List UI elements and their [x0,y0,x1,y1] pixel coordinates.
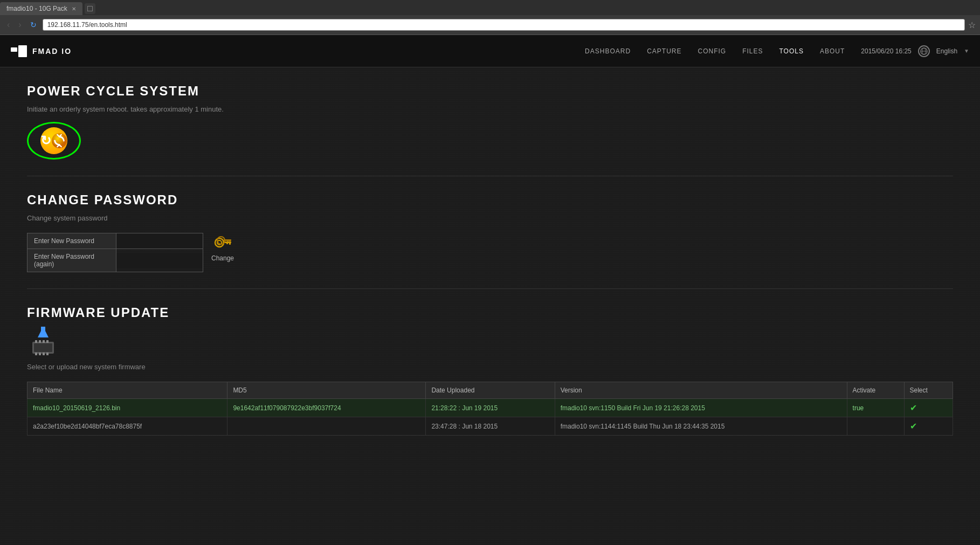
svg-rect-13 [229,239,231,242]
firmware-filename-1: fmadio10_20150619_2126.bin [27,399,227,417]
power-cycle-section: POWER CYCLE SYSTEM Initiate an orderly s… [27,84,953,176]
svg-rect-18 [34,343,52,352]
svg-rect-10 [226,242,228,244]
main-content: POWER CYCLE SYSTEM Initiate an orderly s… [0,67,980,545]
firmware-select-1[interactable]: ✔ [904,399,953,417]
reboot-button[interactable] [27,122,81,160]
firmware-row-2: a2a23ef10be2d14048bf7eca78c8875f 23:47:2… [27,417,953,436]
firmware-filename-2: a2a23ef10be2d14048bf7eca78c8875f [27,417,227,436]
language-selector[interactable]: English [936,47,957,55]
browser-chrome: fmadio10 - 10G Pack ✕ □ ‹ › ↻ ☆ [0,0,980,35]
svg-rect-16 [41,327,45,337]
power-cycle-title: POWER CYCLE SYSTEM [27,84,953,99]
svg-rect-24 [39,353,41,355]
language-dropdown-arrow[interactable]: ▼ [964,48,969,54]
nav-dashboard[interactable]: DASHBOARD [585,47,631,55]
logo-area: FMAD IO [11,45,72,57]
reboot-icon [40,127,67,154]
refresh-button[interactable]: ↻ [27,19,39,30]
app-header: FMAD IO DASHBOARD CAPTURE CONFIG FILES T… [0,35,980,67]
main-nav: DASHBOARD CAPTURE CONFIG FILES TOOLS ABO… [585,47,845,55]
password-row-1: Enter New Password [27,233,203,249]
nav-bar: ‹ › ↻ ☆ [0,15,980,35]
svg-rect-23 [35,353,37,355]
password-input-1[interactable] [116,233,203,249]
reboot-button-wrapper [27,122,81,160]
svg-rect-26 [46,353,49,355]
password-row-2: Enter New Password (again) [27,249,203,272]
change-password-description: Change system password [27,214,953,222]
datetime-display: 2015/06/20 16:25 [861,47,911,55]
change-password-button[interactable]: Change [211,233,234,262]
firmware-select-2[interactable]: ✔ [904,417,953,436]
password-fields: Enter New Password Enter New Password (a… [27,233,203,272]
col-date: Date Uploaded [426,382,555,399]
firmware-update-section: FIRMWARE UPDATE Select or [27,305,953,452]
tab-close-icon[interactable]: ✕ [72,6,76,12]
change-btn-label: Change [211,254,234,262]
svg-rect-20 [39,340,41,343]
firmware-table: File Name MD5 Date Uploaded Version Acti… [27,382,953,436]
change-password-section: CHANGE PASSWORD Change system password E… [27,192,953,289]
firmware-version-2: fmadio10 svn:1144:1145 Build Thu Jun 18 … [555,417,847,436]
browser-tab[interactable]: fmadio10 - 10G Pack ✕ [0,2,82,15]
globe-icon [918,45,930,57]
password-input-2[interactable] [116,253,203,268]
svg-rect-19 [35,340,37,343]
firmware-date-2: 23:47:28 : Jun 18 2015 [426,417,555,436]
firmware-date-1: 21:28:22 : Jun 19 2015 [426,399,555,417]
svg-rect-0 [11,47,17,52]
power-cycle-description: Initiate an orderly system reboot. takes… [27,105,953,113]
col-select: Select [904,382,953,399]
svg-rect-1 [18,45,27,57]
firmware-activate-1: true [847,399,904,417]
tab-title: fmadio10 - 10G Pack [6,5,67,12]
back-button[interactable]: ‹ [4,19,12,31]
nav-files[interactable]: FILES [742,47,763,55]
password-label-1: Enter New Password [27,233,116,249]
nav-tools[interactable]: TOOLS [779,47,804,55]
svg-point-6 [215,238,224,247]
password-label-2: Enter New Password (again) [27,249,116,272]
logo-icon [11,45,27,57]
password-form: Enter New Password Enter New Password (a… [27,233,953,272]
header-right: 2015/06/20 16:25 English ▼ [861,45,969,57]
change-password-title: CHANGE PASSWORD [27,192,953,208]
svg-rect-14 [227,239,229,242]
nav-about[interactable]: ABOUT [820,47,845,55]
col-activate: Activate [847,382,904,399]
firmware-update-title: FIRMWARE UPDATE [27,305,953,320]
svg-rect-22 [46,340,49,343]
col-filename: File Name [27,382,227,399]
firmware-activate-2 [847,417,904,436]
firmware-description: Select or upload new system firmware [27,363,953,371]
firmware-row-1: fmadio10_20150619_2126.bin 9e1642af11f07… [27,399,953,417]
bookmark-icon[interactable]: ☆ [968,20,976,30]
address-bar[interactable] [43,19,965,31]
firmware-icon [27,327,59,356]
firmware-version-1: fmadio10 svn:1150 Build Fri Jun 19 21:26… [555,399,847,417]
firmware-md5-1: 9e1642af11f079087922e3bf9037f724 [227,399,426,417]
col-md5: MD5 [227,382,426,399]
logo-text: FMAD IO [32,47,72,56]
svg-rect-25 [43,353,45,355]
tab-bar: fmadio10 - 10G Pack ✕ □ [0,0,980,15]
forward-button[interactable]: › [16,19,24,31]
select-check-1[interactable]: ✔ [910,403,917,412]
nav-config[interactable]: CONFIG [698,47,726,55]
firmware-md5-2 [227,417,426,436]
new-tab-button[interactable]: □ [85,3,95,14]
select-check-2[interactable]: ✔ [910,422,917,431]
col-version: Version [555,382,847,399]
svg-rect-21 [43,340,45,343]
nav-capture[interactable]: CAPTURE [647,47,681,55]
